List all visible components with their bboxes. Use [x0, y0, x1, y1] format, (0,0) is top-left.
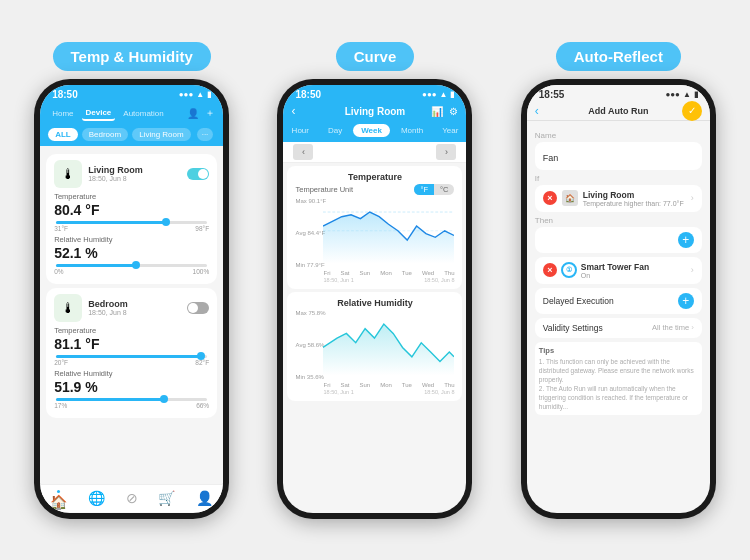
delayed-add-btn[interactable]: + [678, 293, 694, 309]
smart-index: ① [561, 262, 577, 278]
device-icon-br: 🌡 [54, 294, 82, 322]
hum-fill-br [56, 398, 163, 401]
tab-device[interactable]: Device [82, 106, 116, 121]
bottom-user-1[interactable]: 👤 [196, 490, 213, 510]
bottom-home-1[interactable]: 🏠 [50, 490, 67, 510]
validity-value: All the time [652, 323, 689, 332]
auto-header: ‹ Add Auto Run ✓ [527, 102, 710, 121]
chart-icon-curve[interactable]: 📊 [431, 106, 443, 117]
condition-row: × 🏠 Living Room Temperature higher than:… [535, 185, 702, 212]
signal-icon-3: ●●● [665, 90, 680, 99]
hum-label-lr: Relative Humidity [54, 235, 209, 244]
wifi-icon-1: ▲ [196, 90, 204, 99]
temp-min-label: Min 77.9°F [295, 262, 326, 268]
hum-date-fri: Fri [323, 382, 330, 388]
device-info-br: Bedroom 18:50, Jun 8 [88, 299, 181, 316]
filter-more[interactable]: ··· [197, 128, 214, 141]
home-icon-1: 🏠 [50, 494, 67, 510]
hum-date-sun: Sun [359, 382, 370, 388]
then-add-btn[interactable]: + [678, 232, 694, 248]
temp-unit-label: Temperature Unit [295, 185, 353, 194]
hum-label-br: Relative Humidity [54, 369, 209, 378]
settings-icon-curve[interactable]: ⚙ [449, 106, 458, 117]
temp-date-mon: Mon [380, 270, 392, 276]
time-week[interactable]: Week [353, 124, 390, 137]
phone-temp-humidity: 18:50 ●●● ▲ ▮ Home Device Automation 👤 ＋ [34, 79, 229, 519]
temp-slider-lr[interactable]: 31°F 98°F [54, 221, 209, 232]
status-icons-3: ●●● ▲ ▮ [665, 90, 697, 99]
validity-row: Validity Settings All the time › [535, 318, 702, 338]
hum-thumb-lr[interactable] [132, 261, 140, 269]
hum-date-thu: Thu [444, 382, 454, 388]
time-3: 18:55 [539, 89, 565, 100]
temp-date-tue: Tue [402, 270, 412, 276]
tab-home[interactable]: Home [48, 107, 77, 120]
bottom-minus-1[interactable]: ⊘ [126, 490, 138, 510]
hum-slider-lr[interactable]: 0% 100% [54, 264, 209, 275]
wifi-icon-3: ▲ [683, 90, 691, 99]
back-btn-auto[interactable]: ‹ [535, 104, 539, 118]
validity-value-row: All the time › [652, 323, 694, 332]
unit-f[interactable]: °F [414, 184, 434, 195]
unit-c[interactable]: °C [434, 184, 454, 195]
temp-date-sat: Sat [340, 270, 349, 276]
condition-icon: 🏠 [562, 190, 578, 206]
temp-max-label: Max 90.1°F [295, 198, 326, 204]
hum-chart-dates: Fri Sat Sun Mon Tue Wed Thu [295, 382, 454, 388]
temp-thumb-lr[interactable] [162, 218, 170, 226]
unit-toggle[interactable]: °F °C [414, 184, 454, 195]
condition-arrow: › [691, 193, 694, 203]
cart-icon-1: 🛒 [158, 490, 175, 506]
smart-name: Smart Tower Fan [581, 262, 687, 272]
bottom-cart-1[interactable]: 🛒 [158, 490, 175, 510]
device-time-br: 18:50, Jun 8 [88, 309, 181, 316]
active-dot-1 [57, 490, 60, 493]
battery-icon-2: ▮ [450, 90, 454, 99]
temp-date-wed: Wed [422, 270, 434, 276]
prev-arrow[interactable]: ‹ [293, 144, 313, 160]
plus-icon-1[interactable]: ＋ [205, 106, 215, 120]
name-field[interactable]: Fan [535, 142, 702, 170]
tab-automation[interactable]: Automation [119, 107, 167, 120]
device-toggle-lr[interactable] [187, 168, 209, 180]
status-icons-2: ●●● ▲ ▮ [422, 90, 454, 99]
temp-date-range: 18:50, Jun 1 18:50, Jun 8 [295, 277, 454, 283]
back-btn-curve[interactable]: ‹ [291, 104, 295, 118]
phone-section-temp-humidity: Temp & Humidity 18:50 ●●● ▲ ▮ Home Devic… [15, 42, 248, 519]
bottom-globe-1[interactable]: 🌐 [88, 490, 105, 510]
remove-smart-btn[interactable]: × [543, 263, 557, 277]
filter-livingroom[interactable]: Living Room [132, 128, 190, 141]
hum-date-wed: Wed [422, 382, 434, 388]
time-filter-bar: Hour Day Week Month Year [283, 121, 466, 142]
then-add-row: + [535, 227, 702, 253]
time-hour[interactable]: Hour [284, 124, 317, 137]
hum-chart-area: Max 75.8% Avg 58.6% Min 35.6% [295, 310, 454, 380]
person-icon-1: 👤 [187, 108, 199, 119]
curve-header: ‹ Living Room 📊 ⚙ [283, 102, 466, 121]
hum-date-sat: Sat [340, 382, 349, 388]
filter-all[interactable]: ALL [48, 128, 78, 141]
time-month[interactable]: Month [393, 124, 431, 137]
temp-slider-br[interactable]: 20°F 82°F [54, 355, 209, 366]
next-arrow[interactable]: › [436, 144, 456, 160]
smart-info: Smart Tower Fan On [581, 262, 687, 279]
temp-label-br: Temperature [54, 326, 209, 335]
device-toggle-br[interactable] [187, 302, 209, 314]
temp-date-sun: Sun [359, 270, 370, 276]
smart-device-row: × ① Smart Tower Fan On › [535, 257, 702, 284]
status-icons-1: ●●● ▲ ▮ [179, 90, 211, 99]
temp-thumb-br[interactable] [197, 352, 205, 360]
condition-name: Living Room [583, 190, 686, 200]
tips-title: Tips [539, 346, 698, 355]
remove-condition-btn[interactable]: × [543, 191, 557, 205]
nav-arrows: ‹ › [283, 142, 466, 163]
filter-bar-1: ALL Bedroom Living Room ··· [40, 125, 223, 146]
confirm-check-auto[interactable]: ✓ [682, 101, 702, 121]
tips-text-1: 1. This function can only be achieved wi… [539, 357, 698, 384]
time-year[interactable]: Year [434, 124, 466, 137]
temp-chart-svg [323, 198, 454, 264]
temp-label-lr: Temperature [54, 192, 209, 201]
time-day[interactable]: Day [320, 124, 350, 137]
filter-bedroom[interactable]: Bedroom [82, 128, 128, 141]
hum-slider-br[interactable]: 17% 66% [54, 398, 209, 409]
